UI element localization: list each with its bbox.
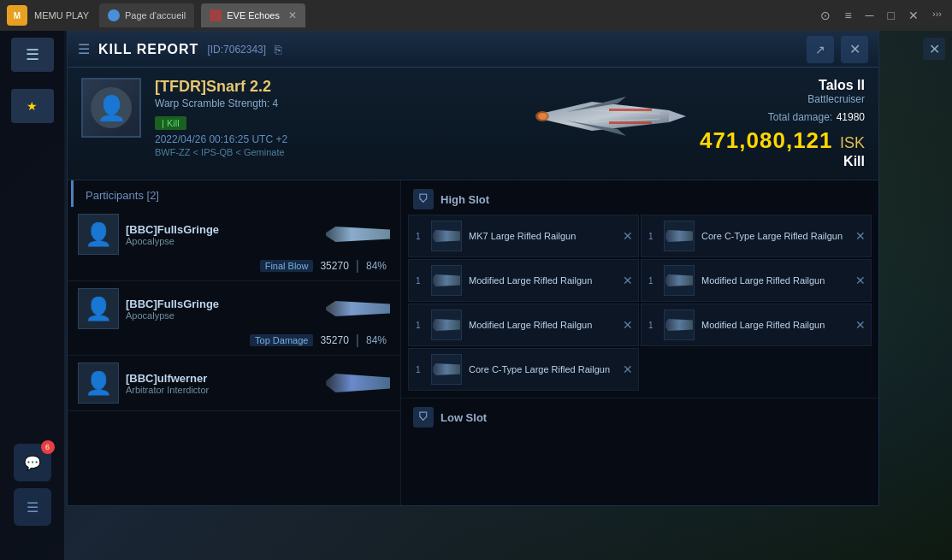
svg-rect-9 [609, 121, 652, 124]
overlay-close-button[interactable]: ✕ [923, 38, 945, 60]
slot-item[interactable]: 1 Modified Large Rifled Railgun ✕ [641, 304, 872, 346]
svg-point-5 [538, 113, 547, 120]
participant-weapon-2 [322, 296, 390, 321]
panel-header: ☰ KILL REPORT [ID:7062343] ⎘ ↗ ✕ [68, 32, 878, 68]
victim-avatar [81, 78, 141, 138]
low-slot-header: ⛉ Low Slot [401, 398, 878, 433]
slots-section: ⛉ High Slot 1 MK7 Large Rifled Railgun ✕ [401, 180, 878, 505]
tab-homepage[interactable]: Page d'accueil [99, 3, 194, 27]
participants-title: Participants [2] [71, 180, 400, 207]
slot-item[interactable]: 1 Core C-Type Large Rifled Railgun ✕ [408, 348, 639, 391]
participant-weapon-1 [322, 221, 390, 247]
share-icon: ↗ [815, 43, 825, 56]
tab-close-icon[interactable]: ✕ [288, 9, 297, 21]
participants-section: Participants [2] 👤 [BBC]FullsGringe Apoc… [68, 180, 401, 505]
sidebar-corp-button[interactable]: ★ [11, 89, 54, 123]
maximize-icon[interactable]: □ [884, 7, 898, 24]
participant-item[interactable]: 👤 [BBC]FullsGringe Apocalypse Final Blow… [68, 207, 400, 281]
sidebar-bottom: 💬 6 ☰ [14, 444, 51, 526]
participant-name-2: [BBC]FullsGringe [126, 298, 315, 310]
slot-item[interactable]: 1 Modified Large Rifled Railgun ✕ [408, 304, 639, 346]
participant-avatar-2: 👤 [78, 288, 119, 329]
panel-id: [ID:7062343] [207, 44, 266, 56]
slot-item[interactable]: 1 Modified Large Rifled Railgun ✕ [408, 259, 639, 302]
share-button[interactable]: ↗ [807, 36, 834, 63]
slot-item-icon [664, 265, 695, 296]
close-overlay-icon: ✕ [929, 41, 940, 57]
minimize-icon[interactable]: ─ [862, 7, 878, 24]
kill-info-section: [TFDR]Snarf 2.2 Warp Scramble Strength: … [68, 68, 878, 180]
more-icon[interactable]: ››› [929, 7, 945, 24]
damage-value: 41980 [837, 111, 865, 123]
kill-label: | Kill [155, 116, 186, 130]
participant-avatar-3: 👤 [78, 363, 119, 404]
slot-item-name: Core C-Type Large Rifled Railgun [469, 363, 631, 375]
slot-item-name: Modified Large Rifled Railgun [469, 274, 631, 286]
panel-body: Participants [2] 👤 [BBC]FullsGringe Apoc… [68, 180, 878, 505]
star-icon: ★ [27, 99, 38, 113]
kill-report-panel: ☰ KILL REPORT [ID:7062343] ⎘ ↗ ✕ [TFDR [67, 31, 879, 506]
kill-right: Talos II Battlecruiser Total damage: 419… [700, 78, 865, 169]
account-icon[interactable]: ⊙ [817, 7, 834, 24]
slot-remove-icon[interactable]: ✕ [855, 229, 866, 243]
slot-item-name: Modified Large Rifled Railgun [701, 274, 864, 286]
tab-favicon-home [108, 9, 120, 21]
slot-remove-icon[interactable]: ✕ [623, 274, 633, 287]
slot-item[interactable]: 1 Core C-Type Large Rifled Railgun ✕ [641, 215, 872, 257]
slot-item[interactable]: 1 Modified Large Rifled Railgun ✕ [641, 259, 872, 302]
kill-type: Kill [700, 154, 865, 169]
participant-footer-1: Final Blow 35270 | 84% [78, 258, 390, 274]
panel-close-icon: ✕ [849, 41, 860, 57]
participant-name-3: [BBC]ulfwerner [126, 372, 315, 385]
victim-stats: Warp Scramble Strength: 4 [155, 97, 501, 109]
svg-marker-0 [541, 102, 673, 131]
participant-damage-2: 35270 [320, 334, 348, 346]
copy-icon[interactable]: ⎘ [275, 43, 281, 56]
browser-chrome: M MEMU PLAY Page d'accueil EVE Echoes ✕ … [0, 0, 952, 31]
high-slot-grid: 1 MK7 Large Rifled Railgun ✕ 1 Core C-Ty… [401, 215, 878, 398]
tab-eve-label: EVE Echoes [227, 10, 280, 21]
slot-item-icon [431, 221, 462, 251]
participant-corp-1: Apocalypse [126, 236, 315, 246]
sidebar-map-button[interactable]: ☰ [14, 488, 51, 526]
participant-item[interactable]: 👤 [BBC]FullsGringe Apocalypse Top Damage… [68, 281, 400, 356]
slot-remove-icon[interactable]: ✕ [623, 318, 633, 332]
chat-badge: 6 [41, 440, 55, 454]
participant-pct-1: 84% [366, 260, 387, 272]
isk-value: 471,080,121 [700, 127, 833, 153]
kill-location: BWF-ZZ < IPS-QB < Geminate [155, 147, 501, 157]
tab-homepage-label: Page d'accueil [125, 10, 186, 21]
slot-item-name: MK7 Large Rifled Railgun [469, 230, 631, 242]
shield-icon: ⛉ [413, 189, 434, 209]
app-name-label: MEMU PLAY [34, 10, 89, 21]
left-sidebar: ☰ ★ 💬 6 ☰ [0, 31, 64, 560]
slot-remove-icon[interactable]: ✕ [623, 363, 633, 376]
panel-menu-icon[interactable]: ☰ [78, 41, 90, 57]
game-area: ★CORPORATION ☰ ★ 💬 6 ☰ ☰ KILL REPORT [ID [0, 31, 952, 560]
participant-name-1: [BBC]FullsGringe [126, 223, 315, 236]
tab-eve[interactable]: EVE Echoes ✕ [201, 3, 305, 27]
slot-item-empty [641, 348, 872, 391]
memu-logo: M [7, 5, 27, 26]
slot-remove-icon[interactable]: ✕ [855, 274, 866, 287]
menu-icon[interactable]: ≡ [841, 7, 854, 24]
sidebar-menu-button[interactable]: ☰ [11, 38, 54, 72]
damage-label: Total damage: [768, 111, 832, 123]
hamburger-icon: ☰ [26, 45, 39, 64]
slot-remove-icon[interactable]: ✕ [855, 318, 866, 332]
participant-badge-1: Final Blow [260, 260, 314, 272]
participant-item[interactable]: 👤 [BBC]ulfwerner Arbitrator Interdictor [68, 356, 400, 411]
browser-window-controls: ⊙ ≡ ─ □ ✕ ››› [817, 7, 945, 24]
chat-icon: 💬 [24, 455, 41, 471]
panel-close-button[interactable]: ✕ [841, 36, 868, 63]
sidebar-chat-button[interactable]: 💬 6 [14, 444, 51, 481]
close-window-icon[interactable]: ✕ [905, 7, 922, 24]
ship-name: Talos II [700, 78, 865, 93]
slot-item[interactable]: 1 MK7 Large Rifled Railgun ✕ [408, 215, 639, 257]
avatar-face [91, 87, 132, 128]
panel-title: KILL REPORT [98, 42, 198, 57]
svg-marker-3 [669, 110, 686, 122]
slot-item-name: Modified Large Rifled Railgun [701, 319, 864, 331]
participant-damage-1: 35270 [320, 260, 348, 272]
slot-remove-icon[interactable]: ✕ [623, 229, 633, 243]
